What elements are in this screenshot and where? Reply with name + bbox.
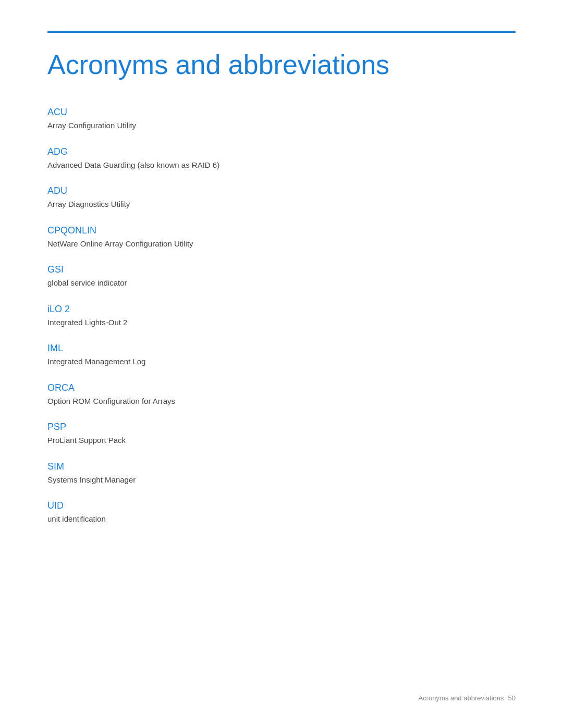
acronym-term: ACU [47,107,516,118]
acronym-definition: Integrated Lights-Out 2 [47,317,516,329]
acronym-term: CPQONLIN [47,225,516,236]
acronym-item: SIMSystems Insight Manager [47,461,516,486]
page-title: Acronyms and abbreviations [47,48,516,81]
acronyms-list: ACUArray Configuration UtilityADGAdvance… [47,107,516,525]
acronym-item: IMLIntegrated Management Log [47,343,516,368]
acronym-item: ORCAOption ROM Configuration for Arrays [47,382,516,408]
acronym-item: ACUArray Configuration Utility [47,107,516,132]
acronym-item: ADUArray Diagnostics Utility [47,186,516,211]
acronym-definition: Option ROM Configuration for Arrays [47,396,516,408]
acronym-term: PSP [47,422,516,433]
footer-page-number: 50 [508,694,516,702]
acronym-item: iLO 2Integrated Lights-Out 2 [47,304,516,329]
acronym-term: SIM [47,461,516,472]
acronym-term: ADG [47,146,516,157]
acronym-definition: Array Diagnostics Utility [47,199,516,211]
acronym-item: ADGAdvanced Data Guarding (also known as… [47,146,516,171]
acronym-definition: unit identification [47,513,516,525]
acronym-item: UIDunit identification [47,500,516,525]
acronym-definition: Systems Insight Manager [47,474,516,486]
top-border [47,31,516,33]
acronym-definition: Advanced Data Guarding (also known as RA… [47,159,516,171]
acronym-definition: Integrated Management Log [47,356,516,368]
acronym-definition: ProLiant Support Pack [47,435,516,447]
footer: Acronyms and abbreviations 50 [419,694,516,702]
acronym-definition: global service indicator [47,277,516,289]
page-container: Acronyms and abbreviations ACUArray Conf… [0,0,563,582]
acronym-term: GSI [47,264,516,275]
acronym-term: ADU [47,186,516,196]
acronym-definition: NetWare Online Array Configuration Utili… [47,238,516,250]
acronym-term: IML [47,343,516,354]
acronym-item: PSPProLiant Support Pack [47,422,516,447]
footer-text: Acronyms and abbreviations [419,694,504,702]
acronym-term: iLO 2 [47,304,516,315]
acronym-item: GSIglobal service indicator [47,264,516,289]
acronym-term: ORCA [47,382,516,393]
acronym-definition: Array Configuration Utility [47,120,516,132]
acronym-term: UID [47,500,516,511]
acronym-item: CPQONLINNetWare Online Array Configurati… [47,225,516,250]
